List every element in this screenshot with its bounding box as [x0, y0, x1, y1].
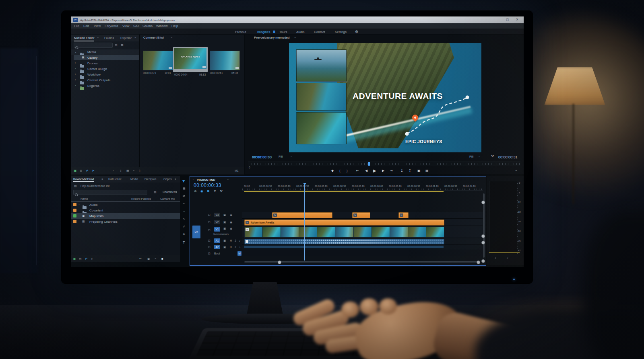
grid-icon[interactable]: ▤	[79, 257, 82, 260]
a2-audio-clip[interactable]	[244, 246, 444, 248]
fit-dropdown-right[interactable]: Fill	[469, 155, 473, 158]
chevron-right-icon[interactable]: ›	[75, 62, 76, 64]
program-scrub-bar[interactable]	[248, 162, 520, 166]
type-tool[interactable]: T	[183, 240, 185, 244]
track-v3-lane[interactable]: fx fx fx	[242, 212, 483, 219]
link-icon[interactable]: ⇄	[85, 257, 88, 261]
bin-clip-thumb-1[interactable]	[143, 51, 173, 70]
wrench-icon[interactable]: ⚒	[491, 155, 494, 158]
skip-start-icon[interactable]: ⇤	[139, 257, 142, 260]
track-v1-lane[interactable]: fx	[242, 226, 483, 238]
gear-icon[interactable]: ⚙	[355, 30, 358, 34]
slip-tool[interactable]: ↔	[183, 210, 186, 213]
bin-view-film-icon[interactable]: ▦	[121, 43, 124, 46]
track-select-tool[interactable]: ▦	[183, 187, 186, 190]
track-a2-lane[interactable]	[242, 245, 483, 250]
camera-icon[interactable]: ▣	[223, 227, 226, 230]
v2-graphics-clip[interactable]: fx Adventure Awaits	[244, 220, 444, 226]
new-item-icon[interactable]: ▦	[126, 169, 129, 172]
close-icon[interactable]: ×	[516, 17, 518, 22]
scroll-handle[interactable]	[481, 234, 485, 238]
a1-audio-clip[interactable]	[244, 239, 444, 244]
tab-exprolar[interactable]: Exprolar	[120, 36, 132, 40]
workspace-tab-tours[interactable]: Tours	[279, 30, 287, 34]
tab-rowservhotstovl[interactable]: Rowservhotstovl	[73, 178, 94, 182]
tree-item-workflow[interactable]: › Workflow	[71, 72, 139, 77]
timeline-tab[interactable]: VRAISNTIND	[197, 178, 215, 182]
fit-dropdown-left[interactable]: Fill	[279, 155, 283, 158]
shuffle-icon[interactable]: ⇄	[86, 169, 89, 172]
workspace-tab-settings[interactable]: Settings	[335, 30, 347, 34]
solo-toggle[interactable]: H	[230, 239, 232, 242]
hamburger-icon[interactable]: ≡	[97, 36, 99, 39]
scroll-handle[interactable]	[477, 261, 480, 264]
stop-icon[interactable]: ■	[161, 257, 163, 261]
add-marker-button[interactable]: ◆	[331, 169, 334, 172]
list-icon[interactable]: ≡	[155, 257, 156, 260]
pencil-tool[interactable]: ✐	[183, 225, 185, 228]
overflow-icon[interactable]: »	[175, 178, 176, 181]
speaker-icon[interactable]: ▣	[223, 246, 226, 248]
label-color-swatch[interactable]	[73, 220, 76, 223]
tree-item-media[interactable]: ⌄ Media	[71, 49, 139, 55]
step-back-button[interactable]: ◀	[365, 169, 367, 172]
chevron-right-icon[interactable]: ›	[75, 84, 76, 87]
v1-video-clip[interactable]: fx	[244, 227, 444, 238]
tab-odpos[interactable]: Odpos	[163, 178, 172, 181]
hamburger-icon[interactable]: ≡	[101, 178, 103, 181]
menu-view2[interactable]: View	[122, 25, 129, 28]
comparison-view-button[interactable]: ▦	[425, 169, 429, 172]
zoom-slider[interactable]	[95, 259, 106, 259]
workspace-tab-imagines[interactable]: Imagines	[257, 30, 270, 34]
timeline-settings-icon[interactable]: ⚒	[220, 189, 223, 193]
label-color-swatch[interactable]	[73, 214, 76, 217]
chevron-right-icon[interactable]: ›	[75, 78, 76, 81]
chevron-down-icon[interactable]: ⌄	[290, 155, 293, 158]
track-v3-toggle[interactable]: V3	[214, 213, 220, 217]
lift-button[interactable]: ↥	[400, 169, 403, 172]
maximize-icon[interactable]: □	[506, 18, 508, 22]
film-icon[interactable]: ▣	[147, 257, 150, 260]
track-a1-toggle[interactable]: A1	[214, 238, 220, 243]
column-camant[interactable]: Camant Mo	[160, 197, 175, 200]
v3-clip-1[interactable]: fx	[272, 212, 332, 218]
lock-icon[interactable]: ⊡	[208, 229, 211, 232]
ripple-edit-tool[interactable]: ⇄	[183, 195, 185, 197]
tree-item-camsel-outputs[interactable]: › Camsel Outputs	[71, 78, 139, 83]
v3-clip-2[interactable]: fx	[352, 212, 370, 218]
tree-item-drones[interactable]: › Drones	[71, 61, 139, 66]
chevron-right-icon[interactable]: ›	[113, 169, 114, 172]
tree-item-gallery[interactable]: ▣ Gallery	[74, 55, 139, 60]
pointer-icon[interactable]: ➤	[92, 169, 95, 172]
marker-menu-icon[interactable]: ✱	[207, 189, 210, 193]
linked-selection-icon[interactable]: ◉	[200, 189, 203, 193]
timeline-timecode[interactable]: 00:00:00:33	[194, 183, 221, 188]
tree-item-exgerda[interactable]: › Exgerda	[71, 83, 139, 88]
lock-icon[interactable]: ⊡	[208, 239, 211, 242]
lock-icon[interactable]: ⊡	[208, 213, 211, 216]
media-row-map-insta[interactable]: ▣ Map Insta	[71, 213, 180, 219]
lock-icon[interactable]: ⊡	[208, 252, 211, 255]
trash-icon[interactable]: ▯	[139, 169, 140, 172]
tree-item-camet-blurgn[interactable]: › Camet Blurgn	[71, 66, 139, 72]
mute-button[interactable]: M	[237, 251, 242, 256]
media-row-prepeling[interactable]: ▦ Prepeling Channels	[71, 219, 180, 224]
new-bin-icon[interactable]: ≡	[133, 169, 134, 172]
project-search-input[interactable]	[74, 43, 113, 48]
label-color-swatch[interactable]	[73, 203, 76, 206]
work-area-bar[interactable]	[244, 191, 444, 192]
scroll-handle[interactable]	[481, 259, 485, 263]
menu-saunla[interactable]: Saunla	[142, 25, 153, 28]
menu-foryword[interactable]: Foryword	[105, 25, 118, 28]
column-name[interactable]: Name	[80, 197, 88, 200]
bin-clip-thumb-3[interactable]	[210, 51, 240, 70]
menu-edit[interactable]: Edit	[83, 25, 89, 28]
media-row-audio[interactable]: › Audio	[71, 202, 180, 207]
accept-icon[interactable]: ▣	[73, 257, 76, 261]
pen-tool[interactable]: ✎	[183, 217, 185, 220]
program-timecode-left[interactable]: 00:00:00:03	[252, 155, 272, 159]
camera-icon[interactable]: ▣	[223, 213, 226, 216]
play-button[interactable]: ▶	[373, 168, 376, 173]
go-to-in-button[interactable]: ⇤	[356, 169, 359, 172]
chevron-right-icon[interactable]: ›	[75, 67, 76, 70]
